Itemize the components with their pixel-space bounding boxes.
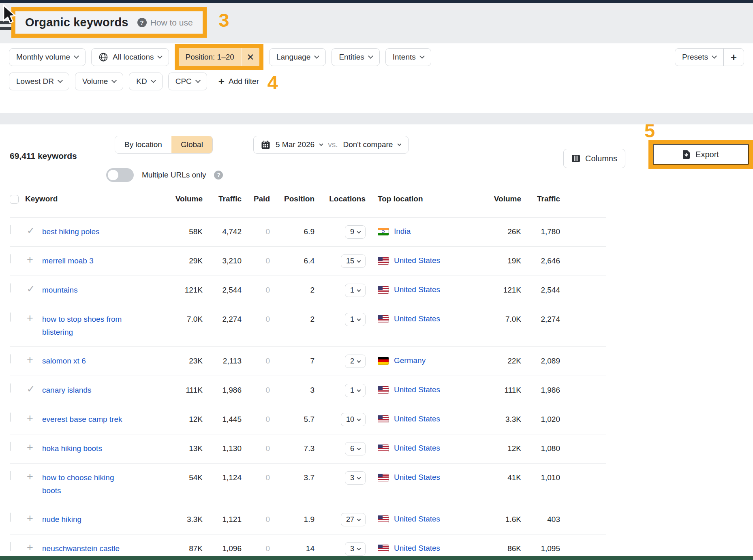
language-filter[interactable]: Language — [269, 48, 326, 66]
chevron-down-icon — [419, 53, 425, 59]
top-location-link[interactable]: United States — [394, 515, 440, 524]
row-checkbox[interactable] — [10, 542, 11, 551]
top-location-link[interactable]: Germany — [394, 356, 426, 365]
top-volume-value: 12K — [452, 442, 521, 455]
calendar-icon — [261, 140, 270, 150]
kd-filter[interactable]: KD — [129, 73, 162, 90]
remove-filter-icon[interactable]: ✕ — [241, 48, 259, 66]
chevron-down-icon — [314, 53, 320, 59]
add-preset-button[interactable]: + — [724, 49, 744, 66]
row-checkbox[interactable] — [10, 442, 11, 451]
traffic-value: 2,113 — [203, 355, 242, 367]
volume-value: 7.0K — [164, 313, 203, 325]
compare-value[interactable]: Don't compare — [343, 140, 393, 149]
col-keyword: Keyword — [24, 195, 164, 203]
locations-dropdown[interactable]: 1 — [345, 284, 366, 297]
keyword-link[interactable]: merrell moab 3 — [42, 254, 100, 267]
table-row: + how to choose hiking boots 54K 1,124 0… — [10, 464, 606, 505]
add-filter-button[interactable]: + Add filter — [218, 76, 259, 87]
top-location-link[interactable]: United States — [394, 473, 440, 482]
row-checkbox[interactable] — [10, 283, 11, 293]
select-all-checkbox[interactable] — [10, 195, 19, 204]
col-locations: Locations — [314, 195, 367, 203]
locations-dropdown[interactable]: 2 — [345, 355, 366, 368]
row-checkbox[interactable] — [10, 354, 11, 363]
keyword-add-icon: + — [27, 354, 33, 366]
keyword-link[interactable]: everest base camp trek — [42, 413, 128, 426]
monthly-volume-filter[interactable]: Monthly volume — [9, 48, 86, 66]
multiple-urls-toggle[interactable] — [106, 168, 134, 182]
keyword-link[interactable]: how to stop shoes from blistering — [42, 313, 128, 339]
top-location-link[interactable]: United States — [394, 444, 440, 453]
keyword-link[interactable]: hoka hiking boots — [42, 442, 109, 455]
row-checkbox[interactable] — [10, 254, 11, 263]
top-location-link[interactable]: United States — [394, 385, 440, 394]
keyword-link[interactable]: nude hiking — [42, 513, 88, 526]
how-to-use-link[interactable]: ? How to use — [137, 18, 193, 28]
top-location-link[interactable]: India — [394, 227, 411, 236]
row-checkbox[interactable] — [10, 312, 11, 322]
cpc-filter[interactable]: CPC — [168, 73, 207, 90]
keyword-link[interactable]: mountains — [42, 284, 84, 297]
filter-row-1: Monthly volume All locations Position: 1… — [9, 48, 744, 66]
locations-dropdown[interactable]: 1 — [345, 313, 366, 326]
locations-dropdown[interactable]: 10 — [341, 413, 366, 426]
keyword-link[interactable]: neuschwanstein castle — [42, 542, 126, 555]
locations-dropdown[interactable]: 15 — [341, 254, 366, 268]
top-traffic-value: 1,010 — [521, 471, 560, 484]
global-tab[interactable]: Global — [171, 136, 212, 153]
top-traffic-value: 1,780 — [521, 225, 560, 238]
top-volume-value: 22K — [452, 355, 521, 367]
keyword-link[interactable]: best hiking poles — [42, 225, 106, 238]
date-value[interactable]: 5 Mar 2026 — [276, 140, 314, 149]
by-location-tab[interactable]: By location — [115, 136, 171, 153]
top-location-link[interactable]: United States — [394, 415, 440, 423]
top-location-link[interactable]: United States — [394, 285, 440, 294]
all-locations-filter[interactable]: All locations — [91, 48, 169, 66]
locations-dropdown[interactable]: 3 — [345, 471, 366, 485]
chevron-down-icon — [357, 229, 361, 233]
locations-dropdown[interactable]: 9 — [345, 225, 366, 239]
row-checkbox[interactable] — [10, 383, 11, 393]
row-checkbox[interactable] — [10, 225, 11, 234]
locations-dropdown[interactable]: 3 — [345, 542, 366, 556]
date-compare-control[interactable]: 5 Mar 2026 vs. Don't compare — [253, 136, 409, 154]
chevron-down-icon — [158, 53, 163, 59]
row-checkbox[interactable] — [10, 471, 11, 480]
plus-icon: + — [731, 52, 737, 62]
volume-value: 13K — [164, 442, 203, 455]
chevron-down-icon — [357, 388, 361, 392]
chevron-down-icon — [74, 53, 79, 59]
row-checkbox[interactable] — [10, 413, 11, 422]
position-filter-chip[interactable]: Position: 1–20 ✕ — [179, 48, 259, 66]
chevron-down-icon — [195, 78, 201, 83]
keyword-link[interactable]: how to choose hiking boots — [42, 471, 120, 497]
table-row: ✓ canary islands 111K 1,986 0 3 1 United… — [10, 376, 606, 405]
export-button[interactable]: Export — [653, 144, 749, 165]
chevron-down-icon — [712, 53, 717, 59]
locations-dropdown[interactable]: 27 — [341, 513, 366, 526]
columns-button[interactable]: Columns — [563, 149, 625, 168]
keyword-link[interactable]: salomon xt 6 — [42, 355, 92, 368]
top-location-link[interactable]: United States — [394, 544, 440, 553]
locations-dropdown[interactable]: 1 — [345, 384, 366, 397]
entities-filter[interactable]: Entities — [332, 48, 379, 66]
locations-dropdown[interactable]: 6 — [345, 442, 366, 455]
position-value: 3 — [270, 384, 314, 396]
volume-filter[interactable]: Volume — [75, 73, 123, 90]
keyword-link[interactable]: canary islands — [42, 384, 98, 397]
volume-value: 23K — [164, 355, 203, 367]
intents-filter[interactable]: Intents — [385, 48, 431, 66]
traffic-value: 1,121 — [203, 513, 242, 526]
presets-button[interactable]: Presets — [675, 49, 723, 66]
annotation-box-4: Position: 1–20 ✕ 4 — [175, 44, 263, 70]
top-location-link[interactable]: United States — [394, 256, 440, 265]
top-location-link[interactable]: United States — [394, 314, 440, 323]
chevron-down-icon — [398, 142, 402, 146]
vs-label: vs. — [328, 140, 338, 149]
row-checkbox[interactable] — [10, 513, 11, 522]
top-traffic-value: 2,544 — [521, 284, 560, 296]
table-row: + how to stop shoes from blistering 7.0K… — [10, 305, 606, 347]
lowest-dr-filter[interactable]: Lowest DR — [9, 73, 69, 90]
paid-value: 0 — [242, 254, 270, 267]
